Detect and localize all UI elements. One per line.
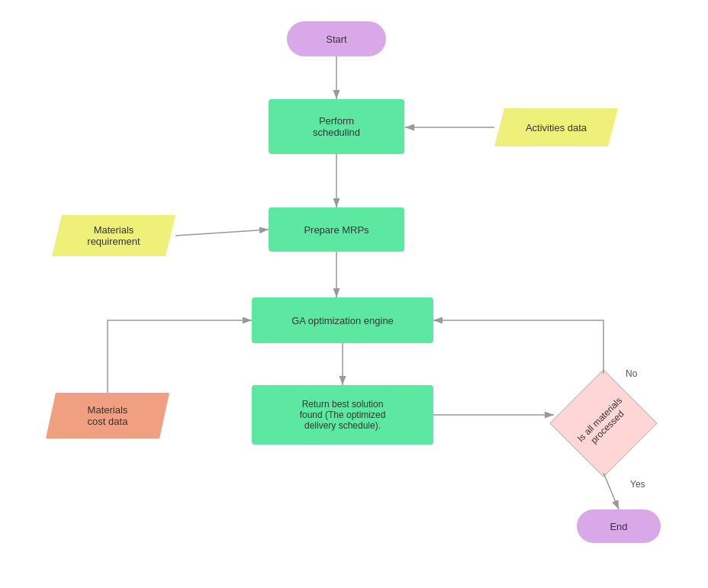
materials-requirement-node: Materials requirement (52, 215, 175, 256)
yes-label: Yes (630, 479, 645, 490)
materials-requirement-label: Materials requirement (87, 224, 140, 247)
materials-cost-label: Materials cost data (88, 404, 128, 427)
start-label: Start (326, 34, 346, 45)
prepare-mrps-label: Prepare MRPs (304, 224, 368, 236)
activities-data-node: Activities data (494, 108, 618, 146)
activities-data-label: Activities data (526, 122, 587, 133)
flowchart-diagram: Start Perform schedulind Activities data… (0, 0, 708, 588)
arrow-no-to-ga (433, 320, 603, 374)
is-all-materials-label: Is all materials processed (533, 353, 674, 493)
end-label: End (610, 521, 627, 532)
arrow-cost-to-ga (108, 320, 252, 393)
materials-cost-node: Materials cost data (46, 393, 169, 439)
return-best-node: Return best solution found (The optimize… (252, 385, 433, 445)
is-all-materials-wrapper: Is all materials processed (554, 374, 653, 473)
arrows-svg (0, 0, 708, 588)
end-node: End (577, 509, 661, 543)
no-label: No (626, 368, 637, 379)
prepare-mrps-node: Prepare MRPs (269, 207, 404, 252)
return-best-label: Return best solution found (The optimize… (300, 399, 386, 431)
perform-scheduling-label: Perform schedulind (313, 115, 360, 138)
perform-scheduling-node: Perform schedulind (269, 99, 404, 154)
ga-optimization-label: GA optimization engine (291, 315, 394, 326)
arrow-materials-req-to-mrps (175, 230, 269, 236)
start-node: Start (287, 21, 386, 56)
ga-optimization-node: GA optimization engine (252, 297, 433, 343)
